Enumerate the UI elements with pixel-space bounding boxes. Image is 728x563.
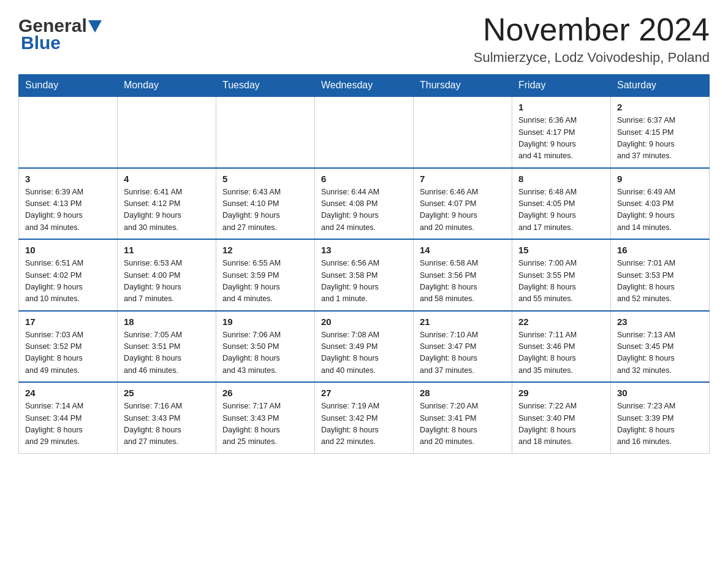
day-info: Sunrise: 6:46 AM Sunset: 4:07 PM Dayligh… (420, 186, 506, 234)
calendar-cell: 29Sunrise: 7:22 AM Sunset: 3:40 PM Dayli… (512, 382, 611, 453)
day-number: 24 (25, 388, 111, 398)
day-info: Sunrise: 6:48 AM Sunset: 4:05 PM Dayligh… (518, 186, 604, 234)
day-number: 8 (518, 174, 604, 184)
calendar-table: Sunday Monday Tuesday Wednesday Thursday… (18, 74, 710, 454)
calendar-cell: 27Sunrise: 7:19 AM Sunset: 3:42 PM Dayli… (315, 382, 414, 453)
day-number: 3 (25, 174, 111, 184)
day-info: Sunrise: 6:56 AM Sunset: 3:58 PM Dayligh… (321, 258, 407, 305)
calendar-cell: 4Sunrise: 6:41 AM Sunset: 4:12 PM Daylig… (118, 168, 216, 240)
day-info: Sunrise: 6:55 AM Sunset: 3:59 PM Dayligh… (222, 258, 308, 305)
calendar-cell: 2Sunrise: 6:37 AM Sunset: 4:15 PM Daylig… (611, 96, 710, 168)
calendar-header-row: Sunday Monday Tuesday Wednesday Thursday… (19, 75, 710, 97)
day-info: Sunrise: 7:14 AM Sunset: 3:44 PM Dayligh… (25, 400, 111, 448)
day-number: 19 (222, 316, 308, 327)
calendar-cell: 24Sunrise: 7:14 AM Sunset: 3:44 PM Dayli… (19, 382, 118, 453)
day-number: 16 (617, 245, 703, 255)
day-info: Sunrise: 7:19 AM Sunset: 3:42 PM Dayligh… (321, 400, 407, 448)
header-tuesday: Tuesday (216, 75, 315, 97)
header-saturday: Saturday (611, 75, 710, 97)
day-info: Sunrise: 6:41 AM Sunset: 4:12 PM Dayligh… (124, 186, 210, 234)
calendar-cell: 21Sunrise: 7:10 AM Sunset: 3:47 PM Dayli… (414, 311, 512, 383)
day-number: 26 (222, 388, 308, 398)
day-info: Sunrise: 6:51 AM Sunset: 4:02 PM Dayligh… (25, 258, 111, 305)
calendar-cell (414, 96, 512, 168)
calendar-cell: 11Sunrise: 6:53 AM Sunset: 4:00 PM Dayli… (118, 239, 216, 311)
day-number: 10 (25, 245, 111, 255)
day-info: Sunrise: 6:36 AM Sunset: 4:17 PM Dayligh… (518, 115, 604, 163)
title-section: November 2024 Sulmierzyce, Lodz Voivodes… (474, 12, 710, 66)
day-number: 2 (617, 102, 703, 112)
calendar-cell: 19Sunrise: 7:06 AM Sunset: 3:50 PM Dayli… (216, 311, 315, 383)
day-number: 11 (124, 245, 210, 255)
logo-blue-text: Blue (21, 33, 61, 53)
header-sunday: Sunday (19, 75, 118, 97)
calendar-cell: 7Sunrise: 6:46 AM Sunset: 4:07 PM Daylig… (414, 168, 512, 240)
day-info: Sunrise: 7:06 AM Sunset: 3:50 PM Dayligh… (222, 329, 308, 377)
day-info: Sunrise: 7:00 AM Sunset: 3:55 PM Dayligh… (518, 258, 604, 305)
day-number: 13 (321, 245, 407, 255)
calendar-cell: 23Sunrise: 7:13 AM Sunset: 3:45 PM Dayli… (611, 311, 710, 383)
day-number: 15 (518, 245, 604, 255)
day-info: Sunrise: 6:49 AM Sunset: 4:03 PM Dayligh… (617, 186, 703, 234)
calendar-cell: 6Sunrise: 6:44 AM Sunset: 4:08 PM Daylig… (315, 168, 414, 240)
day-info: Sunrise: 7:08 AM Sunset: 3:49 PM Dayligh… (321, 329, 407, 377)
calendar-cell: 8Sunrise: 6:48 AM Sunset: 4:05 PM Daylig… (512, 168, 611, 240)
day-info: Sunrise: 7:05 AM Sunset: 3:51 PM Dayligh… (124, 329, 210, 377)
calendar-cell: 12Sunrise: 6:55 AM Sunset: 3:59 PM Dayli… (216, 239, 315, 311)
calendar-week-row: 1Sunrise: 6:36 AM Sunset: 4:17 PM Daylig… (19, 96, 710, 168)
day-number: 18 (124, 316, 210, 327)
calendar-cell: 3Sunrise: 6:39 AM Sunset: 4:13 PM Daylig… (19, 168, 118, 240)
calendar-week-row: 3Sunrise: 6:39 AM Sunset: 4:13 PM Daylig… (19, 168, 710, 240)
calendar-cell: 13Sunrise: 6:56 AM Sunset: 3:58 PM Dayli… (315, 239, 414, 311)
day-info: Sunrise: 7:01 AM Sunset: 3:53 PM Dayligh… (617, 258, 703, 305)
calendar-cell: 17Sunrise: 7:03 AM Sunset: 3:52 PM Dayli… (19, 311, 118, 383)
day-info: Sunrise: 6:37 AM Sunset: 4:15 PM Dayligh… (617, 115, 703, 163)
month-title: November 2024 (474, 12, 710, 47)
day-info: Sunrise: 7:11 AM Sunset: 3:46 PM Dayligh… (518, 329, 604, 377)
calendar-cell: 10Sunrise: 6:51 AM Sunset: 4:02 PM Dayli… (19, 239, 118, 311)
day-info: Sunrise: 6:44 AM Sunset: 4:08 PM Dayligh… (321, 186, 407, 234)
day-number: 14 (420, 245, 506, 255)
header-wednesday: Wednesday (315, 75, 414, 97)
day-number: 17 (25, 316, 111, 327)
day-info: Sunrise: 7:22 AM Sunset: 3:40 PM Dayligh… (518, 400, 604, 448)
day-info: Sunrise: 7:20 AM Sunset: 3:41 PM Dayligh… (420, 400, 506, 448)
day-info: Sunrise: 7:13 AM Sunset: 3:45 PM Dayligh… (617, 329, 703, 377)
location-title: Sulmierzyce, Lodz Voivodeship, Poland (474, 50, 710, 66)
calendar-cell: 18Sunrise: 7:05 AM Sunset: 3:51 PM Dayli… (118, 311, 216, 383)
calendar-week-row: 17Sunrise: 7:03 AM Sunset: 3:52 PM Dayli… (19, 311, 710, 383)
calendar-cell: 16Sunrise: 7:01 AM Sunset: 3:53 PM Dayli… (611, 239, 710, 311)
day-number: 20 (321, 316, 407, 327)
page-header: General Blue November 2024 Sulmierzyce, … (18, 12, 710, 66)
day-info: Sunrise: 6:53 AM Sunset: 4:00 PM Dayligh… (124, 258, 210, 305)
calendar-cell (19, 96, 118, 168)
calendar-cell: 30Sunrise: 7:23 AM Sunset: 3:39 PM Dayli… (611, 382, 710, 453)
header-monday: Monday (118, 75, 216, 97)
day-number: 23 (617, 316, 703, 327)
day-number: 25 (124, 388, 210, 398)
header-friday: Friday (512, 75, 611, 97)
calendar-cell: 14Sunrise: 6:58 AM Sunset: 3:56 PM Dayli… (414, 239, 512, 311)
day-number: 6 (321, 174, 407, 184)
day-number: 30 (617, 388, 703, 398)
calendar-cell: 22Sunrise: 7:11 AM Sunset: 3:46 PM Dayli… (512, 311, 611, 383)
day-number: 12 (222, 245, 308, 255)
calendar-cell: 9Sunrise: 6:49 AM Sunset: 4:03 PM Daylig… (611, 168, 710, 240)
calendar-cell: 5Sunrise: 6:43 AM Sunset: 4:10 PM Daylig… (216, 168, 315, 240)
day-number: 29 (518, 388, 604, 398)
calendar-cell (216, 96, 315, 168)
day-info: Sunrise: 7:17 AM Sunset: 3:43 PM Dayligh… (222, 400, 308, 448)
calendar-cell (315, 96, 414, 168)
day-number: 7 (420, 174, 506, 184)
day-info: Sunrise: 6:58 AM Sunset: 3:56 PM Dayligh… (420, 258, 506, 305)
day-number: 22 (518, 316, 604, 327)
logo: General Blue (18, 12, 102, 53)
header-thursday: Thursday (414, 75, 512, 97)
calendar-week-row: 24Sunrise: 7:14 AM Sunset: 3:44 PM Dayli… (19, 382, 710, 453)
day-number: 21 (420, 316, 506, 327)
day-number: 4 (124, 174, 210, 184)
day-number: 1 (518, 102, 604, 112)
day-info: Sunrise: 7:03 AM Sunset: 3:52 PM Dayligh… (25, 329, 111, 377)
day-info: Sunrise: 6:39 AM Sunset: 4:13 PM Dayligh… (25, 186, 111, 234)
day-number: 5 (222, 174, 308, 184)
